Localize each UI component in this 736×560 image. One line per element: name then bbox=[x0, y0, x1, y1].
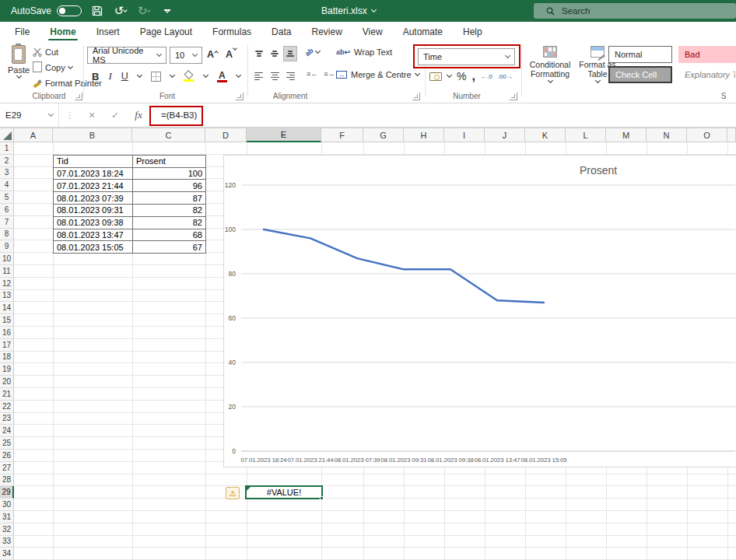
tab-help[interactable]: Help bbox=[453, 22, 492, 42]
name-box[interactable]: E29 bbox=[0, 103, 59, 127]
row-header-15[interactable]: 15 bbox=[0, 314, 14, 327]
align-left-button[interactable] bbox=[252, 68, 266, 84]
percent-style-button[interactable]: % bbox=[457, 70, 466, 82]
table-cell[interactable]: 100 bbox=[133, 168, 206, 180]
tab-automate[interactable]: Automate bbox=[393, 22, 453, 42]
cell-style-normal[interactable]: Normal bbox=[608, 46, 672, 63]
borders-button[interactable] bbox=[151, 72, 161, 82]
tab-file[interactable]: File bbox=[5, 22, 40, 42]
font-color-button[interactable]: A bbox=[217, 71, 227, 82]
save-button[interactable] bbox=[89, 2, 105, 19]
row-header-27[interactable]: 27 bbox=[0, 462, 14, 474]
number-format-select[interactable]: Time bbox=[418, 48, 515, 65]
row-header-28[interactable]: 28 bbox=[0, 474, 14, 487]
row-header-14[interactable]: 14 bbox=[0, 302, 14, 314]
decrease-indent-button[interactable]: ≡← bbox=[307, 70, 317, 78]
copy-button[interactable]: Copy bbox=[33, 63, 72, 72]
row-header-25[interactable]: 25 bbox=[0, 437, 14, 450]
cut-button[interactable]: Cut bbox=[33, 47, 58, 57]
row-header-7[interactable]: 7 bbox=[0, 216, 14, 229]
column-header-e[interactable]: E bbox=[247, 128, 321, 142]
table-cell[interactable]: 08.01.2023 13:47 bbox=[54, 229, 133, 242]
font-dialog-launcher[interactable] bbox=[236, 93, 244, 100]
bold-button[interactable]: B bbox=[92, 71, 99, 82]
row-header-18[interactable]: 18 bbox=[0, 352, 14, 364]
row-header-21[interactable]: 21 bbox=[0, 388, 14, 401]
row-header-22[interactable]: 22 bbox=[0, 401, 14, 413]
table-header-cell[interactable]: Prosent bbox=[133, 156, 206, 168]
row-header-12[interactable]: 12 bbox=[0, 278, 14, 290]
accounting-format-button[interactable] bbox=[429, 72, 442, 81]
row-header-20[interactable]: 20 bbox=[0, 376, 14, 388]
center-button[interactable] bbox=[268, 68, 282, 84]
row-header-32[interactable]: 32 bbox=[0, 523, 14, 536]
decrease-font-size-button[interactable]: A bbox=[226, 49, 237, 60]
select-all-corner[interactable] bbox=[0, 128, 14, 142]
column-header-n[interactable]: N bbox=[647, 128, 687, 142]
conditional-formatting-button[interactable]: Conditional Formatting bbox=[526, 46, 574, 82]
table-header-cell[interactable]: Tid bbox=[54, 156, 133, 168]
wrap-text-button[interactable]: ab↩ Wrap Text bbox=[336, 47, 392, 57]
document-title[interactable]: Batteri.xlsx bbox=[321, 0, 376, 22]
tab-review[interactable]: Review bbox=[301, 22, 352, 42]
table-cell[interactable]: 08.01.2023 09:38 bbox=[54, 217, 133, 229]
redo-button[interactable]: ↻ bbox=[136, 2, 152, 19]
table-cell[interactable]: 87 bbox=[133, 192, 206, 205]
row-header-3[interactable]: 3 bbox=[0, 167, 14, 180]
increase-decimal-button[interactable]: ←.0 bbox=[481, 73, 492, 80]
error-trace-button[interactable]: ⚠ bbox=[226, 487, 240, 499]
row-header-17[interactable]: 17 bbox=[0, 339, 14, 352]
column-header-f[interactable]: F bbox=[321, 128, 363, 142]
bottom-align-button[interactable] bbox=[283, 46, 297, 61]
tab-page-layout[interactable]: Page Layout bbox=[130, 22, 202, 42]
chevron-down-icon[interactable] bbox=[203, 72, 209, 78]
table-cell[interactable]: 08.01.2023 07:39 bbox=[54, 192, 133, 205]
row-header-2[interactable]: 2 bbox=[0, 155, 14, 167]
column-header-l[interactable]: L bbox=[566, 128, 606, 142]
column-header-i[interactable]: I bbox=[444, 128, 485, 142]
column-header-k[interactable]: K bbox=[525, 128, 566, 142]
clipboard-dialog-launcher[interactable] bbox=[75, 93, 82, 100]
chevron-down-icon[interactable] bbox=[137, 72, 142, 78]
enter-button[interactable]: ✓ bbox=[103, 110, 127, 121]
cell-style-check-cell[interactable]: Check Cell bbox=[608, 66, 672, 83]
tab-home[interactable]: Home bbox=[40, 22, 86, 42]
row-header-1[interactable]: 1 bbox=[0, 142, 14, 155]
chevron-down-icon[interactable] bbox=[447, 72, 452, 78]
table-cell[interactable]: 82 bbox=[133, 205, 206, 217]
column-header-g[interactable]: G bbox=[363, 128, 404, 142]
fill-color-button[interactable] bbox=[184, 72, 195, 82]
row-header-13[interactable]: 13 bbox=[0, 290, 14, 303]
table-cell[interactable]: 82 bbox=[133, 217, 206, 229]
middle-align-button[interactable] bbox=[268, 46, 282, 61]
tab-view[interactable]: View bbox=[352, 22, 393, 42]
comma-style-button[interactable]: , bbox=[471, 73, 475, 79]
selected-cell-e29[interactable]: #VALUE! bbox=[245, 485, 323, 499]
paste-button[interactable]: Paste bbox=[5, 45, 33, 92]
column-header-m[interactable]: M bbox=[606, 128, 647, 142]
row-header-26[interactable]: 26 bbox=[0, 450, 14, 462]
row-header-11[interactable]: 11 bbox=[0, 265, 14, 278]
number-dialog-launcher[interactable] bbox=[510, 93, 517, 100]
row-header-16[interactable]: 16 bbox=[0, 327, 14, 339]
table-cell[interactable]: 08.01.2023 15:05 bbox=[54, 241, 133, 254]
column-header-o[interactable]: O bbox=[687, 128, 727, 142]
row-header-29[interactable]: 29 bbox=[0, 486, 14, 499]
merge-centre-button[interactable]: ↔ Merge & Centre bbox=[336, 70, 419, 79]
column-header-d[interactable]: D bbox=[205, 128, 247, 142]
column-header-j[interactable]: J bbox=[485, 128, 525, 142]
column-header-h[interactable]: H bbox=[404, 128, 444, 142]
cell-style-bad[interactable]: Bad bbox=[678, 46, 736, 63]
decrease-decimal-button[interactable]: .00→ bbox=[498, 73, 513, 80]
toggle-switch-icon[interactable] bbox=[57, 5, 82, 16]
top-align-button[interactable] bbox=[252, 46, 266, 61]
column-header-c[interactable]: C bbox=[132, 128, 205, 142]
row-header-6[interactable]: 6 bbox=[0, 204, 14, 216]
font-name-select[interactable]: Arial Unicode MS bbox=[87, 47, 166, 64]
tab-data[interactable]: Data bbox=[261, 22, 301, 42]
formula-input[interactable]: =(B4-B3) bbox=[161, 110, 197, 120]
row-header-30[interactable]: 30 bbox=[0, 499, 14, 511]
tab-formulas[interactable]: Formulas bbox=[202, 22, 261, 42]
orientation-button[interactable]: ab bbox=[305, 48, 320, 56]
font-size-select[interactable]: 10 bbox=[170, 47, 202, 64]
